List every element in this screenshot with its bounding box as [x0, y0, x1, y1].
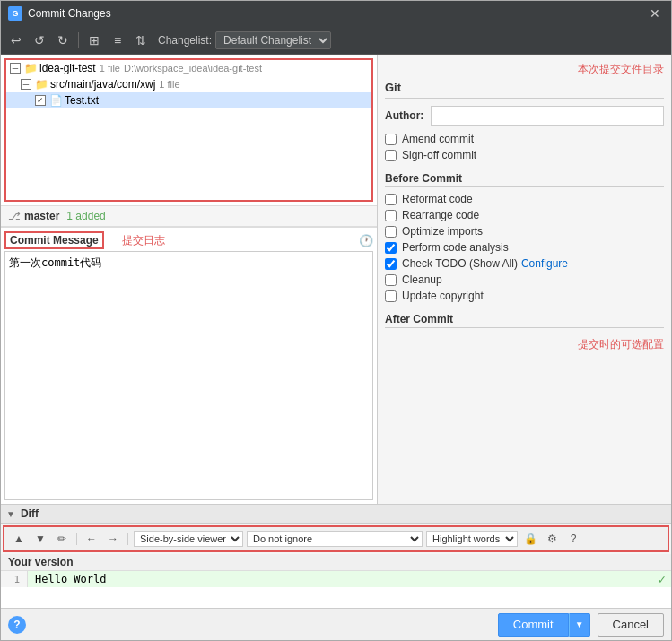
commit-message-area: Commit Message 提交日志 🕐 第一次commit代码: [1, 227, 377, 504]
redo-btn[interactable]: ↻: [53, 30, 73, 50]
signoff-commit-checkbox[interactable]: [385, 150, 397, 161]
diff-ignore-select[interactable]: Do not ignoreIgnore whitespaceIgnore whi…: [247, 531, 423, 547]
reformat-code-row: Reformat code: [385, 193, 664, 205]
config-annotation: 提交时的可选配置: [578, 337, 664, 352]
commit-changes-dialog: G Commit Changes ✕ ↩ ↺ ↻ ⊞ ≡ ⇅ Changelis…: [0, 0, 672, 641]
diff-settings-btn[interactable]: ⚙: [543, 530, 561, 548]
checkbox-test-txt[interactable]: ✓: [35, 95, 46, 106]
diff-added-marker: ✓: [659, 572, 671, 586]
commit-button[interactable]: Commit: [498, 613, 569, 637]
diff-your-version: Your version: [1, 554, 671, 571]
author-label: Author:: [385, 109, 423, 122]
diff-prev-btn[interactable]: ←: [83, 530, 100, 548]
optimize-imports-label: Optimize imports: [402, 225, 483, 238]
diff-title: Diff: [21, 507, 39, 520]
diff-collapse-btn[interactable]: ▼: [6, 509, 15, 519]
commit-msg-label: Commit Message: [4, 231, 104, 249]
check-todo-checkbox[interactable]: [385, 258, 397, 270]
rollback-btn[interactable]: ↩: [6, 30, 26, 50]
file-tree: ─ 📁 idea-git-test 1 file D:\workspace_id…: [4, 58, 373, 202]
clock-icon: 🕐: [359, 234, 373, 247]
diff-section: ▼ Diff ▲ ▼ ✏ ← → Side-by-side viewerUnif…: [1, 504, 671, 608]
status-bar: ⎇ master 1 added: [1, 205, 377, 227]
commit-message-input[interactable]: 第一次commit代码: [4, 251, 373, 500]
tree-item-test-txt[interactable]: ✓ 📄 Test.txt: [6, 92, 371, 108]
branch-icon: ⎇: [8, 210, 21, 222]
diff-edit-btn[interactable]: ✏: [53, 530, 71, 548]
diff-sep-2: [127, 533, 128, 545]
bottom-bar: ? Commit ▼ Cancel: [1, 608, 671, 640]
close-button[interactable]: ✕: [646, 4, 664, 22]
diff-highlight-select[interactable]: Highlight wordsHighlight linesNo highlig…: [426, 531, 518, 547]
folder-icon-root: 📁: [24, 62, 38, 74]
diff-viewer-select[interactable]: Side-by-side viewerUnified viewer: [134, 531, 243, 547]
move-to-changelist-btn[interactable]: ⊞: [84, 30, 104, 50]
collapse-btn[interactable]: ⇅: [131, 30, 151, 50]
tree-item-root[interactable]: ─ 📁 idea-git-test 1 file D:\workspace_id…: [6, 60, 371, 76]
title-bar-text: Commit Changes: [28, 7, 646, 20]
file-dir-annotation: 本次提交文件目录: [578, 62, 664, 77]
main-area: ─ 📁 idea-git-test 1 file D:\workspace_id…: [1, 55, 671, 504]
author-input[interactable]: [431, 106, 664, 126]
checkbox-src[interactable]: ─: [21, 79, 31, 90]
added-badge: 1 added: [66, 210, 105, 222]
diff-line-1: 1 Hello World ✓: [1, 571, 671, 587]
perform-code-analysis-checkbox[interactable]: [385, 242, 397, 254]
amend-commit-row: Amend commit: [385, 133, 664, 145]
tree-badge-root: 1 file: [100, 63, 120, 74]
author-row: Author:: [385, 106, 664, 126]
diff-header: ▼ Diff: [1, 505, 671, 524]
folder-icon-src: 📁: [35, 78, 48, 91]
tree-badge-src: 1 file: [159, 79, 179, 90]
signoff-commit-row: Sign-off commit: [385, 149, 664, 161]
cancel-button[interactable]: Cancel: [598, 613, 664, 637]
perform-code-analysis-label: Perform code analysis: [402, 241, 509, 254]
cleanup-checkbox[interactable]: [385, 274, 397, 286]
update-copyright-checkbox[interactable]: [385, 290, 397, 302]
toolbar: ↩ ↺ ↻ ⊞ ≡ ⇅ Changelist: Default Changeli…: [1, 26, 671, 55]
expand-btn[interactable]: ≡: [108, 30, 127, 50]
diff-help-btn[interactable]: ?: [564, 530, 582, 548]
diff-lock-btn[interactable]: 🔒: [521, 530, 539, 548]
sep-1: [78, 32, 79, 48]
amend-commit-checkbox[interactable]: [385, 134, 397, 145]
amend-commit-label: Amend commit: [402, 133, 474, 145]
undo-btn[interactable]: ↺: [30, 30, 49, 50]
reformat-code-label: Reformat code: [402, 193, 473, 205]
tree-label-root: idea-git-test: [39, 62, 96, 74]
commit-log-annotation: 提交日志: [122, 233, 165, 248]
commit-msg-header: Commit Message 提交日志 🕐: [4, 231, 373, 249]
right-panel: 本次提交文件目录 Git Author: Amend commit Sign-o…: [378, 55, 671, 504]
diff-line-content-1: Hello World: [28, 571, 659, 587]
help-button[interactable]: ?: [8, 616, 26, 634]
reformat-code-checkbox[interactable]: [385, 194, 397, 205]
diff-next-btn[interactable]: →: [104, 530, 122, 548]
perform-code-analysis-row: Perform code analysis: [385, 241, 664, 254]
before-commit-divider: Before Commit: [385, 172, 664, 187]
changelist-select[interactable]: Default Changelist: [215, 31, 331, 49]
check-todo-label: Check TODO (Show All): [402, 257, 518, 270]
after-commit-divider: After Commit: [385, 313, 664, 328]
checkbox-root[interactable]: ─: [10, 63, 21, 74]
configure-link[interactable]: Configure: [521, 257, 568, 270]
update-copyright-label: Update copyright: [402, 290, 484, 302]
file-icon-test-txt: 📄: [49, 94, 63, 107]
tree-path-root: D:\workspace_idea\idea-git-test: [124, 63, 262, 74]
diff-up-btn[interactable]: ▲: [10, 530, 28, 548]
optimize-imports-checkbox[interactable]: [385, 226, 397, 238]
git-section-title: Git: [385, 81, 664, 99]
rearrange-code-checkbox[interactable]: [385, 210, 397, 221]
changelist-label: Changelist:: [158, 34, 212, 47]
diff-content: Your version 1 Hello World ✓: [1, 554, 671, 608]
optimize-imports-row: Optimize imports: [385, 225, 664, 238]
app-icon: G: [8, 6, 22, 21]
diff-toolbar: ▲ ▼ ✏ ← → Side-by-side viewerUnified vie…: [3, 525, 669, 552]
diff-sep-1: [76, 533, 77, 545]
commit-dropdown-button[interactable]: ▼: [569, 613, 590, 637]
tree-item-src[interactable]: ─ 📁 src/main/java/com/xwj 1 file: [6, 76, 371, 92]
rearrange-code-row: Rearrange code: [385, 209, 664, 221]
rearrange-code-label: Rearrange code: [402, 209, 479, 221]
title-bar: G Commit Changes ✕: [1, 1, 671, 26]
update-copyright-row: Update copyright: [385, 290, 664, 302]
diff-down-btn[interactable]: ▼: [31, 530, 49, 548]
